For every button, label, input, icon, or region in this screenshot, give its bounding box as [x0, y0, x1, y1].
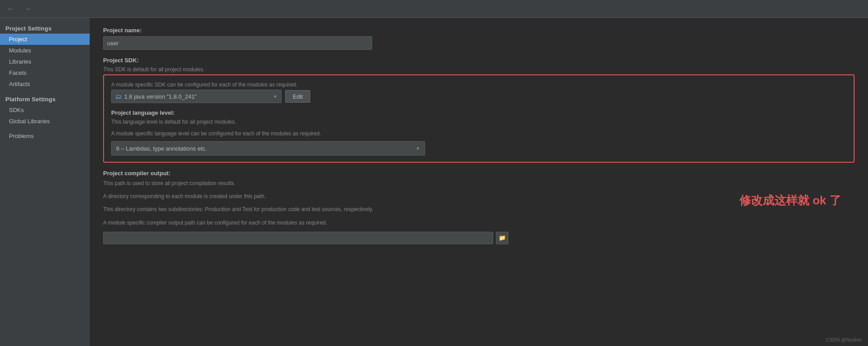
compiler-output-label: Project compiler output:	[103, 170, 855, 177]
compiler-path-row: 📁	[103, 232, 855, 244]
project-settings-title: Project Settings	[0, 22, 90, 34]
lang-level-value: 8 – Lambdas, type annotations etc.	[116, 145, 207, 152]
sdk-dropdown[interactable]: 🗂 1.8 java version "1.8.0_241" ▼	[111, 90, 282, 103]
sdk-description1: This SDK is default for all project modu…	[103, 66, 855, 73]
sidebar-item-problems[interactable]: Problems	[0, 130, 90, 142]
lang-dropdown-arrow-icon: ▼	[416, 146, 420, 151]
sdk-value: 1.8 java version "1.8.0_241"	[124, 93, 197, 100]
compiler-desc4: A module specific compiler output path c…	[103, 219, 855, 227]
top-bar: ← →	[0, 0, 868, 18]
platform-settings-title: Platform Settings	[0, 93, 90, 104]
project-name-label: Project name:	[103, 27, 855, 34]
compiler-desc3: This directory contains two subdirectori…	[103, 205, 855, 214]
lang-level-label: Project language level:	[111, 109, 846, 116]
compiler-desc2: A directory corresponding to each module…	[103, 192, 855, 201]
sdk-icon: 🗂	[115, 93, 122, 100]
sdk-description2: A module specific SDK can be configured …	[111, 82, 846, 88]
folder-browse-button[interactable]: 📁	[496, 232, 508, 244]
lang-description2: A module specific language level can be …	[111, 130, 846, 138]
sdk-dropdown-arrow-icon: ▼	[273, 94, 278, 99]
lang-level-dropdown[interactable]: 8 – Lambdas, type annotations etc. ▼	[111, 141, 425, 156]
content-panel: Project name: Project SDK: This SDK is d…	[90, 18, 868, 346]
folder-icon: 📁	[499, 234, 506, 241]
sidebar: Project Settings Project Modules Librari…	[0, 18, 90, 346]
sdk-edit-button[interactable]: Edit	[285, 90, 310, 103]
lang-description1: This language level is default for all p…	[111, 118, 846, 126]
sidebar-item-artifacts[interactable]: Artifacts	[0, 78, 90, 90]
watermark: CSDN @Nodine	[826, 337, 862, 342]
compiler-desc1: This path is used to store all project c…	[103, 179, 855, 188]
main-container: Project Settings Project Modules Librari…	[0, 18, 868, 346]
back-button[interactable]: ←	[4, 3, 17, 15]
compiler-path-input[interactable]	[103, 232, 493, 244]
sidebar-item-sdks[interactable]: SDKs	[0, 104, 90, 116]
sidebar-item-libraries[interactable]: Libraries	[0, 56, 90, 67]
sidebar-item-global-libraries[interactable]: Global Libraries	[0, 116, 90, 127]
project-name-input[interactable]	[103, 36, 372, 50]
sidebar-item-project[interactable]: Project	[0, 34, 90, 45]
sdk-lang-box: A module specific SDK can be configured …	[103, 74, 855, 163]
forward-button[interactable]: →	[22, 3, 34, 15]
sdk-label: Project SDK:	[103, 57, 855, 64]
sidebar-item-facets[interactable]: Facets	[0, 67, 90, 78]
sdk-row: 🗂 1.8 java version "1.8.0_241" ▼ Edit	[111, 90, 846, 103]
sdk-dropdown-inner: 🗂 1.8 java version "1.8.0_241"	[115, 93, 270, 100]
sidebar-item-modules[interactable]: Modules	[0, 45, 90, 56]
